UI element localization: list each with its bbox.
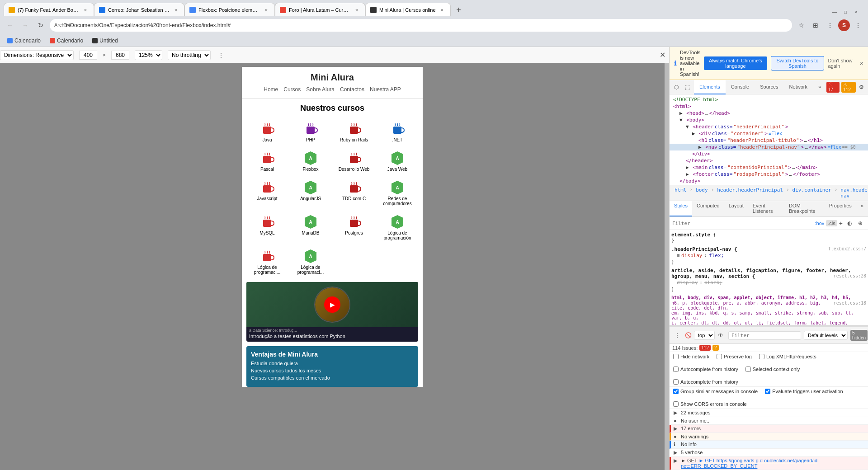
- nav-contactos[interactable]: Contactos: [340, 86, 364, 93]
- devtools-device-icon[interactable]: ⬚: [682, 82, 692, 92]
- cb-cors-errors-input[interactable]: [673, 401, 679, 407]
- dom-tree-line[interactable]: <!DOCTYPE html>: [670, 96, 868, 103]
- dom-tree-line[interactable]: ▶ <main class="contenidoPrincipal">…</ma…: [670, 164, 868, 171]
- tab-console[interactable]: Console: [726, 80, 755, 94]
- toolbar-more-options[interactable]: ⋮: [216, 52, 226, 59]
- close-button[interactable]: ×: [852, 7, 861, 16]
- cb-hide-network-input[interactable]: [673, 354, 679, 359]
- height-input[interactable]: [111, 51, 129, 60]
- cb-autocomplete-input[interactable]: [673, 379, 679, 385]
- console-group-17_errors[interactable]: ▶17 errors: [670, 425, 868, 433]
- minimize-button[interactable]: —: [830, 7, 839, 16]
- breadcrumb-item[interactable]: header.headerPrincipal: [716, 187, 784, 199]
- cb-group-similar-input[interactable]: [673, 389, 679, 394]
- cb-cors-errors[interactable]: Show CORS errors in console: [673, 401, 747, 407]
- dom-tree-line[interactable]: </div>: [670, 150, 868, 157]
- prop-display-block[interactable]: display: [677, 280, 698, 286]
- tab-close-5[interactable]: ×: [439, 6, 446, 14]
- dom-tree-line[interactable]: ▶ <div class="container"> ≡Flex: [670, 130, 868, 137]
- rule-selector-html[interactable]: html, body, div, span, applet, object, i…: [671, 295, 851, 300]
- course-item[interactable]: PHP: [290, 118, 331, 145]
- dimensions-select[interactable]: Dimensions: Responsive: [0, 50, 74, 60]
- course-item[interactable]: Postgres: [333, 211, 375, 243]
- console-settings-icon[interactable]: ⋮: [672, 330, 682, 340]
- more-tools-icon[interactable]: ⋮: [824, 19, 836, 32]
- add-style-rule[interactable]: +: [839, 220, 843, 227]
- dom-tree-line[interactable]: </body>: [670, 178, 868, 184]
- cb-log-xmlhttp-input[interactable]: [759, 354, 764, 359]
- val-flex[interactable]: flex;: [709, 253, 724, 258]
- styles-tab-properties[interactable]: Properties: [825, 201, 856, 216]
- class-toggle[interactable]: .cls: [826, 220, 837, 226]
- course-item[interactable]: AJava Web: [377, 147, 418, 174]
- styles-tab-more[interactable]: »: [856, 201, 868, 216]
- styles-tab-styles[interactable]: Styles: [670, 201, 692, 216]
- cb-log-xmlhttp[interactable]: Log XMLHttpRequests: [759, 354, 816, 359]
- play-button[interactable]: ▶: [324, 296, 340, 313]
- cb-eager-eval-input[interactable]: [673, 367, 679, 372]
- console-group-5_verbose[interactable]: ▶5 verbose: [670, 449, 868, 457]
- course-item[interactable]: AMariaDB: [290, 211, 331, 243]
- course-item[interactable]: .NET: [377, 118, 418, 145]
- toggle-light-dark[interactable]: ◐: [844, 218, 854, 228]
- close-device-toolbar[interactable]: ✕: [660, 51, 665, 59]
- dom-tree-line[interactable]: ▶ <head>…</head>: [670, 110, 868, 117]
- profile-icon[interactable]: S: [838, 19, 850, 31]
- course-item[interactable]: Pascal: [246, 147, 288, 174]
- console-group-no_user_me...[interactable]: ●No user me...: [670, 417, 868, 425]
- always-match-button[interactable]: Always match Chrome's language: [704, 56, 767, 70]
- dont-show-again-link[interactable]: Don't show again: [828, 58, 856, 69]
- cb-evaluate-triggers-input[interactable]: [765, 389, 770, 394]
- breadcrumb-item[interactable]: nav.headerPrincipal-nav: [839, 187, 868, 199]
- course-item[interactable]: Java: [246, 118, 288, 145]
- val-block[interactable]: block;: [704, 280, 722, 286]
- tab-close-3[interactable]: ×: [263, 6, 270, 14]
- breadcrumb-item[interactable]: div.container: [791, 187, 833, 199]
- nav-app[interactable]: Nuestra APP: [370, 86, 401, 93]
- tab-3[interactable]: Flexbox: Posicione elementos en... ×: [184, 3, 275, 16]
- cb-selected-context[interactable]: Selected context only: [745, 367, 800, 372]
- tab-close-4[interactable]: ×: [353, 6, 360, 14]
- dom-tree-line[interactable]: ▼ <body>: [670, 117, 868, 123]
- prop-display[interactable]: display: [681, 253, 702, 258]
- devtools-inspect-icon[interactable]: ⬡: [671, 82, 681, 92]
- address-bar[interactable]: Archivo D:/Documents/One/Especializacion…: [50, 19, 792, 32]
- bookmark-calendario-2[interactable]: Calendario: [46, 37, 87, 45]
- new-style-rule[interactable]: ⊕: [855, 218, 865, 228]
- styles-filter-input[interactable]: [672, 221, 813, 226]
- throttle-select[interactable]: No throttling: [168, 50, 211, 60]
- dom-tree-line[interactable]: ▼ <header class="headerPrincipal">: [670, 123, 868, 130]
- course-item[interactable]: Lógica de programaci...: [246, 245, 288, 277]
- cb-preserve-log[interactable]: Preserve log: [717, 354, 752, 359]
- console-level-select[interactable]: Default levels: [804, 331, 848, 340]
- error-link[interactable]: ► GET https://googleads.g.d oubleclick.n…: [681, 458, 817, 469]
- cb-autocomplete[interactable]: Autocomplete from history: [673, 379, 738, 385]
- styles-tab-layout[interactable]: Layout: [724, 201, 748, 216]
- zoom-select[interactable]: 125%: [135, 50, 162, 60]
- course-item[interactable]: Javascript: [246, 176, 288, 209]
- course-item[interactable]: TDD com C: [333, 176, 375, 209]
- course-item[interactable]: MySQL: [246, 211, 288, 243]
- tab-close-2[interactable]: ×: [172, 6, 179, 14]
- dom-tree-line[interactable]: <h1 class="headerPrincipal-titulo">…</h1…: [670, 137, 868, 144]
- bookmarks-icon[interactable]: ☆: [795, 19, 807, 32]
- tab-5[interactable]: Mini Alura | Cursos online ×: [365, 3, 451, 16]
- video-card[interactable]: ▶ a Data Science: Introduç... Introdução…: [246, 282, 418, 342]
- rule-selector-article2[interactable]: hgroup, menu, nav, section {: [671, 273, 755, 279]
- course-item[interactable]: AAngularJS: [290, 176, 331, 209]
- reload-button[interactable]: ↻: [34, 19, 47, 32]
- nav-sobre[interactable]: Sobre Alura: [306, 86, 335, 93]
- course-item[interactable]: ALógica de programaci...: [290, 245, 331, 277]
- cb-group-similar[interactable]: Group similar messages in console: [673, 389, 758, 394]
- tab-4[interactable]: Foro | Alura Latam – Cursos onlin... ×: [275, 3, 365, 16]
- rule-source-header-nav[interactable]: flexbox2.css:7: [828, 246, 866, 251]
- nav-home[interactable]: Home: [264, 86, 278, 93]
- cb-eager-eval[interactable]: Autocomplete from history: [673, 367, 738, 372]
- styles-tab-events[interactable]: Event Listeners: [748, 201, 784, 216]
- course-item[interactable]: ALógica de programación: [377, 211, 418, 243]
- breadcrumb-item[interactable]: body: [694, 187, 709, 199]
- tab-1[interactable]: (7) Funky Feat. Ander Bock - No... ×: [4, 3, 94, 16]
- settings-icon[interactable]: ⚙: [858, 82, 866, 92]
- cb-selected-context-input[interactable]: [745, 367, 751, 372]
- tab-more[interactable]: »: [813, 80, 826, 94]
